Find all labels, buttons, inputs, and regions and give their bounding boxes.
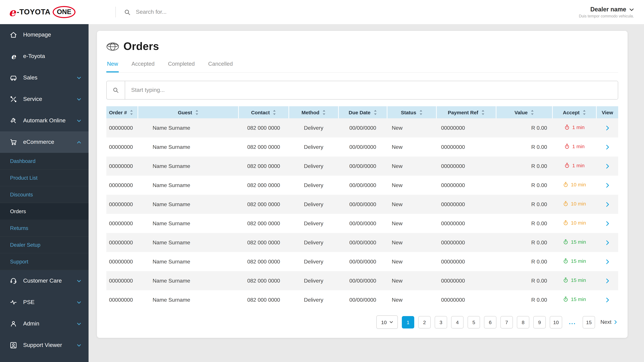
global-search-input[interactable] xyxy=(135,8,278,16)
due-date-cell: 00/00/0000 xyxy=(338,137,387,157)
column-header-contact[interactable]: Contact xyxy=(238,106,289,118)
view-cell xyxy=(596,290,618,309)
accept-cell: 10 min xyxy=(552,214,596,233)
view-order-button[interactable] xyxy=(602,123,612,133)
sidebar-item-admin[interactable]: Admin xyxy=(0,313,88,335)
page-button-7[interactable]: 7 xyxy=(500,316,513,328)
value-cell: R 0.00 xyxy=(496,176,552,195)
sidebar-item-discounts[interactable]: Discounts xyxy=(0,186,88,203)
due-date-cell: 00/00/0000 xyxy=(338,271,387,290)
page-button-2[interactable]: 2 xyxy=(418,316,431,328)
guest-cell: Name Surname xyxy=(138,137,238,157)
value-cell: R 0.00 xyxy=(496,137,552,157)
page-size-value: 10 xyxy=(381,319,387,325)
column-header-due-date[interactable]: Due Date xyxy=(338,106,387,118)
sidebar-item-ecommerce[interactable]: eCommerce xyxy=(0,131,88,153)
page-button-1[interactable]: 1 xyxy=(402,316,414,328)
sidebar-item-returns[interactable]: Returns xyxy=(0,220,88,237)
sidebar-item-support[interactable]: Support xyxy=(0,253,88,270)
page-button-5[interactable]: 5 xyxy=(468,316,480,328)
chevron-right-icon xyxy=(604,201,611,208)
status-cell: New xyxy=(387,290,436,309)
view-cell xyxy=(596,252,618,271)
sidebar-item-orders[interactable]: Orders xyxy=(0,203,88,220)
column-header-guest[interactable]: Guest xyxy=(138,106,238,118)
status-cell: New xyxy=(387,157,436,176)
view-order-button[interactable] xyxy=(602,295,612,305)
accept-badge: 10 min xyxy=(563,182,586,187)
sidebar-item-homepage[interactable]: Homepage xyxy=(0,24,88,45)
view-order-button[interactable] xyxy=(602,276,612,286)
view-order-button[interactable] xyxy=(602,161,612,171)
sidebar-item-service[interactable]: Service xyxy=(0,88,88,110)
value-cell: R 0.00 xyxy=(496,195,552,214)
sidebar-item-dealer-setup[interactable]: Dealer Setup xyxy=(0,237,88,253)
sidebar-item-support-viewer[interactable]: Support Viewer xyxy=(0,335,88,356)
page-button-9[interactable]: 9 xyxy=(533,316,546,328)
column-header-order-number[interactable]: Order # xyxy=(106,106,138,118)
column-header-method[interactable]: Method xyxy=(289,106,338,118)
view-order-button[interactable] xyxy=(602,238,612,248)
sidebar-item-product-list[interactable]: Product List xyxy=(0,170,88,186)
page-button-4[interactable]: 4 xyxy=(451,316,464,328)
tab-cancelled[interactable]: Cancelled xyxy=(208,58,234,72)
view-order-button[interactable] xyxy=(602,199,612,209)
tab-accepted[interactable]: Accepted xyxy=(131,58,155,72)
sidebar-item-customer-care[interactable]: Customer Care xyxy=(0,270,88,292)
sidebar-item-e-toyota[interactable]: e e-Toyota xyxy=(0,45,88,67)
sidebar-item-sales[interactable]: Sales xyxy=(0,67,88,88)
orders-table-header: Order # Guest Contact Method Due Date St… xyxy=(106,106,618,118)
pagination-ellipsis[interactable]: ... xyxy=(566,316,578,328)
pagination: 10 1 2 3 4 5 6 7 8 9 10 ... 15 Next xyxy=(106,316,618,329)
view-order-button[interactable] xyxy=(602,257,612,267)
payment-ref-cell: 00000000 xyxy=(436,233,496,252)
column-header-status[interactable]: Status xyxy=(387,106,436,118)
page-button-8[interactable]: 8 xyxy=(517,316,529,328)
page-button-10[interactable]: 10 xyxy=(550,316,562,328)
page-size-select[interactable]: 10 xyxy=(376,316,398,329)
accept-cell: 10 min xyxy=(552,176,596,195)
accept-cell: 1 min xyxy=(552,157,596,176)
column-header-payment-ref[interactable]: Payment Ref xyxy=(436,106,496,118)
guest-cell: Name Surname xyxy=(138,214,238,233)
tab-new[interactable]: New xyxy=(106,58,119,72)
chevron-right-icon xyxy=(604,182,611,189)
page-button-15[interactable]: 15 xyxy=(582,316,595,328)
dealer-menu[interactable]: Dealer name Duis tempor commodo vehicula… xyxy=(579,6,634,18)
contact-cell: 082 000 0000 xyxy=(238,118,289,137)
accept-time-label: 15 min xyxy=(571,277,586,283)
app-logo: e -TOYOTA ONE xyxy=(9,6,116,18)
chevron-down-icon xyxy=(629,8,634,11)
tab-completed[interactable]: Completed xyxy=(167,58,196,72)
value-cell: R 0.00 xyxy=(496,271,552,290)
table-row: 00000000 Name Surname 082 000 0000 Deliv… xyxy=(106,118,618,137)
view-cell xyxy=(596,176,618,195)
page-button-6[interactable]: 6 xyxy=(484,316,496,328)
orders-filter-input[interactable] xyxy=(125,81,618,99)
column-header-value[interactable]: Value xyxy=(496,106,552,118)
payment-ref-cell: 00000000 xyxy=(436,157,496,176)
stopwatch-icon xyxy=(563,258,568,264)
header-divider xyxy=(116,7,116,17)
sidebar-item-automark-online[interactable]: Automark Online xyxy=(0,110,88,131)
view-order-button[interactable] xyxy=(602,142,612,152)
app-window: e -TOYOTA ONE Dealer name Duis tempor co… xyxy=(0,0,644,362)
page-button-3[interactable]: 3 xyxy=(435,316,447,328)
sidebar-item-dashboard[interactable]: Dashboard xyxy=(0,153,88,170)
search-icon xyxy=(107,81,125,99)
view-order-button[interactable] xyxy=(602,180,612,190)
value-cell: R 0.00 xyxy=(496,233,552,252)
user-frame-icon xyxy=(10,341,18,349)
next-page-button[interactable]: Next xyxy=(600,319,618,325)
stopwatch-icon xyxy=(563,277,568,283)
sort-icon xyxy=(195,110,198,115)
view-order-button[interactable] xyxy=(602,218,612,228)
contact-cell: 082 000 0000 xyxy=(238,233,289,252)
accept-time-label: 1 min xyxy=(572,163,584,168)
order-number-cell: 00000000 xyxy=(106,233,138,252)
column-header-accept[interactable]: Accept xyxy=(552,106,596,118)
chevron-down-icon xyxy=(77,344,81,347)
sidebar-item-pse[interactable]: PSE xyxy=(0,292,88,313)
due-date-cell: 00/00/0000 xyxy=(338,157,387,176)
table-row: 00000000 Name Surname 082 000 0000 Deliv… xyxy=(106,195,618,214)
